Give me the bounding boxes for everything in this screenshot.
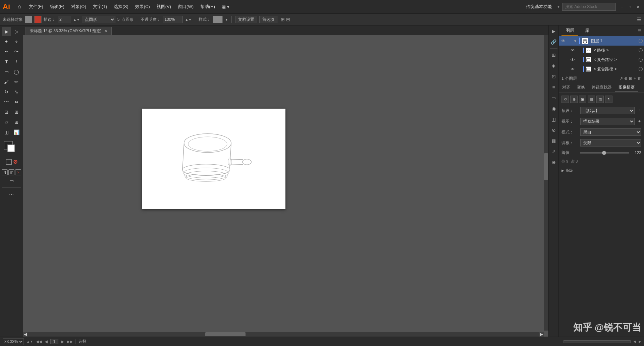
curvature-tool[interactable]: 〜	[12, 47, 21, 56]
close-button[interactable]: ✕	[635, 3, 641, 10]
stroke-swatch[interactable]	[34, 16, 42, 23]
visibility-icon-path[interactable]: 👁	[570, 48, 576, 53]
menu-window[interactable]: 窗口(W)	[175, 2, 196, 11]
width-tool[interactable]: ⇔	[12, 97, 21, 107]
perspective-tool[interactable]: ▱	[2, 117, 11, 127]
style-swatch[interactable]	[213, 16, 223, 23]
pathfinder-icon[interactable]: ▭	[549, 94, 558, 102]
background-color[interactable]	[7, 145, 15, 152]
stroke-square[interactable]	[6, 159, 12, 165]
appearance-icon[interactable]: ◈	[549, 61, 558, 70]
target-circle-1[interactable]	[639, 39, 643, 43]
maximize-button[interactable]: □	[627, 3, 633, 10]
sublayer-row-compound1[interactable]: 👁 < 复合路径 >	[559, 55, 644, 64]
trace-preset-select[interactable]: 【默认】	[580, 107, 635, 114]
asset-icon[interactable]: ⊕	[549, 158, 558, 167]
swatches-icon[interactable]: ▦	[549, 136, 558, 145]
target-circle-path[interactable]	[639, 48, 643, 52]
lasso-tool[interactable]: ⌖	[12, 37, 21, 46]
opacity-input[interactable]	[163, 16, 183, 23]
trace-palette-select[interactable]: 受限	[580, 139, 641, 147]
zoom-select[interactable]: 33.33%	[3, 338, 24, 345]
stock-search[interactable]	[562, 3, 616, 11]
arrange-icon[interactable]: ⊞ ⊟	[281, 17, 290, 22]
rotate-tool[interactable]: ↻	[2, 87, 11, 97]
prev-page-btn[interactable]: ◀◀	[36, 339, 42, 344]
progress-arrow-right[interactable]: ▶	[639, 340, 641, 343]
next-btn[interactable]: ▶	[61, 339, 64, 344]
vertical-scrollbar[interactable]	[544, 35, 548, 331]
scale-tool[interactable]: ⤡	[12, 87, 21, 97]
warp-tool[interactable]: 〰	[2, 97, 11, 107]
menu-type[interactable]: 文字(T)	[90, 2, 110, 11]
menu-effect[interactable]: 效果(C)	[132, 2, 153, 11]
stroke-panel-icon[interactable]: ⊘	[549, 126, 558, 134]
trace-options-icon2[interactable]: ▤	[588, 96, 595, 103]
screen-mode[interactable]: ▭	[7, 176, 16, 185]
visibility-icon-compound1[interactable]: 👁	[570, 57, 576, 62]
make-clipping-icon[interactable]: ↗	[620, 76, 623, 81]
trace-threshold-slider[interactable]	[580, 152, 629, 154]
tab-close-button[interactable]: ✕	[104, 29, 107, 33]
normal-mode[interactable]: N	[2, 169, 8, 175]
pencil-tool[interactable]: ✏	[12, 77, 21, 86]
gradient-tool[interactable]: ◫	[2, 127, 11, 137]
new-layer-icon[interactable]: +	[634, 76, 636, 81]
tab-library[interactable]: 库	[581, 26, 593, 36]
opacity-arrow[interactable]: ▲▼	[185, 18, 192, 21]
scroll-left-button[interactable]: ◀	[23, 332, 28, 337]
color-icon[interactable]: ◉	[549, 104, 558, 113]
horizontal-scroll-thumb[interactable]	[205, 332, 246, 336]
free-transform-tool[interactable]: ⊡	[2, 107, 11, 117]
type-tool[interactable]: T	[2, 57, 11, 66]
locate-icon[interactable]: ⊕	[624, 76, 628, 81]
visibility-icon-1[interactable]: 👁	[560, 39, 566, 44]
layer-row-1[interactable]: 👁 ▼ 图层 1	[559, 36, 644, 46]
canvas-tab-1[interactable]: 未标题-1* @ 33.33% (CMYK/GPU 预览) ✕	[25, 27, 112, 35]
menu-help[interactable]: 帮助(H)	[198, 2, 218, 11]
paintbrush-tool[interactable]: 🖌	[2, 77, 11, 86]
tab-image-trace[interactable]: 图像描摹	[615, 83, 638, 92]
none-indicator[interactable]: ⊘	[13, 159, 17, 165]
visibility-icon-compound2[interactable]: 👁	[570, 67, 576, 72]
workspace-label[interactable]: 传统基本功能	[523, 2, 555, 11]
action-play-icon[interactable]: ▶	[549, 27, 558, 36]
action-link-icon[interactable]: 🔗	[549, 38, 558, 46]
direct-select-tool[interactable]: ▷	[12, 27, 21, 36]
trace-advanced-toggle[interactable]: ▶ 高级	[561, 167, 641, 174]
ellipse-tool[interactable]: ◯	[12, 67, 21, 76]
page-input[interactable]	[50, 339, 58, 344]
panel-options-icon[interactable]: ☰	[638, 28, 641, 33]
horizontal-scrollbar[interactable]: ◀ ▶	[23, 332, 544, 337]
zoom-tool[interactable]: ⋯	[7, 190, 16, 199]
menu-view[interactable]: 视图(V)	[154, 2, 174, 11]
next-page-btn[interactable]: ▶▶	[67, 339, 73, 344]
trace-redo-icon[interactable]: ↻	[605, 96, 612, 103]
home-icon[interactable]: ⌂	[14, 1, 25, 12]
progress-arrow-left[interactable]: ◀	[633, 340, 636, 343]
tab-layers[interactable]: 图层	[561, 26, 578, 36]
trace-options-icon3[interactable]: ▥	[596, 96, 604, 103]
sublayer-row-path[interactable]: 👁 < 路径 >	[559, 46, 644, 55]
expand-arrow-1[interactable]: ▼	[574, 39, 578, 43]
magic-wand-tool[interactable]: ✦	[2, 37, 11, 46]
trace-expand-icon[interactable]: ⊕	[570, 96, 578, 103]
overflow-icon[interactable]: ☰	[637, 17, 641, 22]
draw-inside-mode[interactable]: ◫	[8, 169, 14, 175]
export-icon[interactable]: ↗	[549, 147, 558, 156]
canvas-viewport[interactable]: ◀ ▶	[23, 35, 548, 337]
tab-align[interactable]: 对齐	[559, 83, 574, 92]
stroke-arrow[interactable]: ▲▼	[73, 18, 80, 21]
minimize-button[interactable]: ─	[619, 3, 625, 10]
prev-btn[interactable]: ◀	[45, 339, 48, 344]
preferences-button[interactable]: 首选项	[259, 16, 277, 23]
target-circle-compound1[interactable]	[639, 58, 643, 62]
draw-behind-mode[interactable]: ✕	[15, 169, 21, 175]
trace-reset-icon[interactable]: ↺	[561, 96, 569, 103]
doc-settings-button[interactable]: 文档设置	[235, 16, 257, 23]
menu-file[interactable]: 文件(F)	[26, 2, 46, 11]
chart-tool[interactable]: 📊	[12, 127, 21, 137]
delete-layer-icon[interactable]: 🗑	[637, 76, 641, 81]
vertical-scroll-thumb[interactable]	[544, 153, 548, 180]
scroll-right-button[interactable]: ▶	[539, 332, 544, 337]
